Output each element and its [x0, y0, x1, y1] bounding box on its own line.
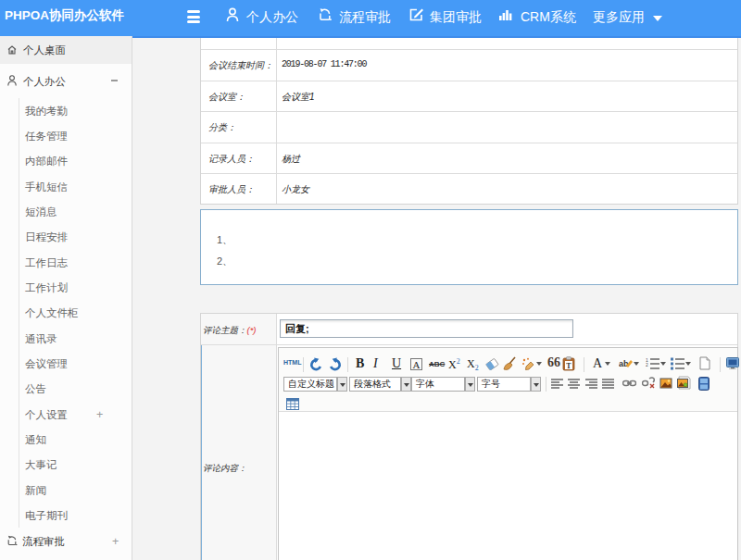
svg-text:T: T: [566, 362, 571, 370]
svg-text:2: 2: [646, 362, 648, 367]
svg-text:ab: ab: [619, 359, 629, 368]
